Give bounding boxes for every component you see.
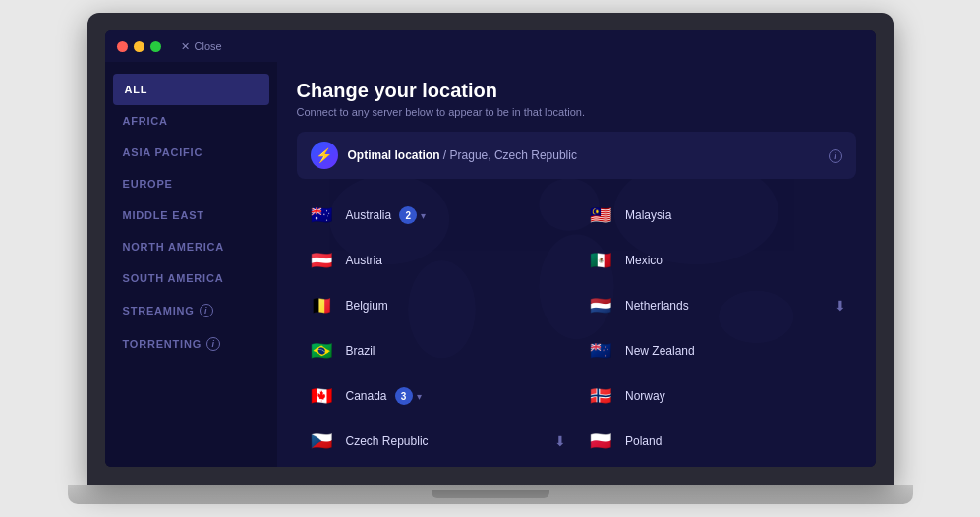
sidebar-label-streaming: STREAMING [123,305,195,316]
country-name-australia: Australia [346,208,392,222]
country-item-norway[interactable]: 🇳🇴 Norway [576,373,856,419]
sidebar-item-asia-pacific[interactable]: ASIA PACIFIC [105,137,277,168]
flag-czech-republic: 🇨🇿 [307,427,336,456]
flag-new-zealand: 🇳🇿 [586,336,615,366]
flag-malaysia: 🇲🇾 [586,201,615,230]
sidebar-label-middle-east: MIDDLE EAST [123,209,204,221]
expand-canada-icon[interactable]: ▾ [417,391,422,402]
panel-subtitle: Connect to any server below to appear to… [297,106,856,118]
optimal-label: Optimal location [348,148,440,162]
screen-bezel: ✕ Close ALL AFRICA ASIA PACIFIC [87,13,894,485]
country-name-czech-republic: Czech Republic [346,434,429,448]
country-name-netherlands: Netherlands [625,299,689,313]
sidebar-label-south-america: SOUTH AMERICA [123,272,224,284]
country-item-malaysia[interactable]: 🇲🇾 Malaysia [576,193,856,238]
download-czech-icon[interactable]: ⬇ [554,433,566,449]
main-panel: Change your location Connect to any serv… [277,62,876,467]
country-item-new-zealand[interactable]: 🇳🇿 New Zealand [576,328,856,373]
country-item-canada[interactable]: 🇨🇦 Canada 3 ▾ [297,373,577,419]
flag-netherlands: 🇳🇱 [586,291,615,320]
sidebar-item-north-america[interactable]: NORTH AMERICA [105,231,277,262]
close-label: Close [195,40,222,52]
flag-australia: 🇦🇺 [307,201,336,230]
country-name-new-zealand: New Zealand [625,344,695,358]
sidebar-label-torrenting: TORRENTING [123,338,202,350]
sidebar-label-africa: AFRICA [123,115,168,127]
country-name-mexico: Mexico [625,254,663,267]
sidebar-item-torrenting[interactable]: TORRENTING i [105,327,277,361]
minimize-traffic-light[interactable] [134,41,144,52]
flag-norway: 🇳🇴 [586,381,615,411]
country-name-malaysia: Malaysia [625,208,671,222]
optimal-icon: ⚡ [311,142,338,169]
close-button[interactable]: ✕ Close [181,40,222,53]
expand-australia-icon[interactable]: ▾ [421,210,426,221]
country-name-poland: Poland [625,434,662,448]
flag-poland: 🇵🇱 [586,427,615,456]
country-item-australia[interactable]: 🇦🇺 Australia 2 ▾ [297,193,577,238]
streaming-info-icon[interactable]: i [200,304,213,317]
sidebar-item-middle-east[interactable]: MIDDLE EAST [105,200,277,231]
laptop-base [68,485,913,504]
flag-mexico: 🇲🇽 [586,246,615,275]
flag-austria: 🇦🇹 [307,246,336,275]
download-netherlands-icon[interactable]: ⬇ [835,298,846,314]
country-name-norway: Norway [625,389,665,403]
optimal-location-bar[interactable]: ⚡ Optimal location / Prague, Czech Repub… [297,132,856,179]
sidebar-label-europe: EUROPE [123,178,173,190]
close-traffic-light[interactable] [117,41,128,52]
country-item-austria[interactable]: 🇦🇹 Austria [297,238,577,283]
country-item-poland[interactable]: 🇵🇱 Poland [576,419,856,464]
country-item-mexico[interactable]: 🇲🇽 Mexico [576,238,856,283]
sidebar-item-south-america[interactable]: SOUTH AMERICA [105,262,277,294]
laptop-container: ✕ Close ALL AFRICA ASIA PACIFIC [68,13,913,504]
country-name-austria: Austria [346,254,382,267]
optimal-text: Optimal location / Prague, Czech Republi… [348,148,577,162]
panel-title: Change your location [297,80,856,102]
country-name-brazil: Brazil [346,344,375,358]
laptop-notch [432,490,549,498]
country-item-portugal[interactable]: 🇵🇹 Portugal [576,464,856,467]
title-bar: ✕ Close [105,30,876,62]
country-item-netherlands[interactable]: 🇳🇱 Netherlands ⬇ [576,283,856,328]
country-name-canada: Canada [346,389,387,403]
maximize-traffic-light[interactable] [150,41,161,52]
country-item-czech-republic[interactable]: 🇨🇿 Czech Republic ⬇ [297,419,577,464]
country-name-belgium: Belgium [346,299,388,313]
traffic-lights [117,41,161,52]
country-item-brazil[interactable]: 🇧🇷 Brazil [297,328,577,373]
country-item-denmark[interactable]: 🇩🇰 Denmark [297,464,577,467]
server-count-canada: 3 [395,387,413,405]
optimal-separator: / [443,148,450,162]
sidebar-label-north-america: NORTH AMERICA [123,241,225,253]
app-body: ALL AFRICA ASIA PACIFIC EUROPE MIDDLE EA… [105,62,876,467]
optimal-info-icon[interactable]: i [829,148,842,163]
screen: ✕ Close ALL AFRICA ASIA PACIFIC [105,30,876,467]
flag-brazil: 🇧🇷 [307,336,336,366]
optimal-location: Prague, Czech Republic [450,148,577,162]
sidebar-label-asia-pacific: ASIA PACIFIC [123,146,203,158]
flag-belgium: 🇧🇪 [307,291,336,320]
torrenting-info-icon[interactable]: i [206,337,220,351]
flag-canada: 🇨🇦 [307,381,336,411]
sidebar-item-africa[interactable]: AFRICA [105,105,277,137]
sidebar-item-europe[interactable]: EUROPE [105,168,277,200]
country-grid: 🇦🇺 Australia 2 ▾ 🇲🇾 Malaysia [297,193,856,467]
sidebar-item-streaming[interactable]: STREAMING i [105,294,277,327]
server-count-australia: 2 [399,206,417,224]
sidebar-item-all[interactable]: ALL [113,74,269,105]
close-x-icon: ✕ [181,40,190,53]
sidebar-label-all: ALL [125,84,148,95]
sidebar: ALL AFRICA ASIA PACIFIC EUROPE MIDDLE EA… [105,62,277,467]
country-item-belgium[interactable]: 🇧🇪 Belgium [297,283,577,328]
info-circle-icon: i [829,149,842,163]
country-list-container[interactable]: 🇦🇺 Australia 2 ▾ 🇲🇾 Malaysia [297,193,856,467]
